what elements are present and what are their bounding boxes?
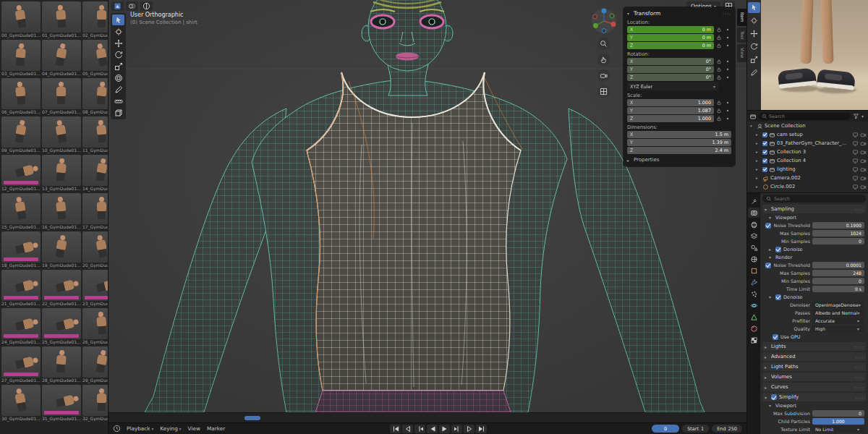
property-value-field[interactable]: 1024 xyxy=(812,230,864,237)
disable-in-render-toggle[interactable] xyxy=(860,132,867,138)
outliner-row[interactable]: ▸Collection 3 xyxy=(747,148,868,156)
preview-scale-tool-button[interactable] xyxy=(748,54,760,65)
pose-thumbnail[interactable]: 16_GymDude01... xyxy=(42,193,81,230)
properties-subpanel-header[interactable]: ▸ Properties xyxy=(627,157,731,163)
panel-lights-header[interactable]: ▸Lights:::: xyxy=(762,342,866,351)
chevron-down-icon[interactable]: ▾ xyxy=(861,114,866,119)
outliner-row[interactable]: ▸lighting xyxy=(747,165,868,174)
pose-thumbnail[interactable]: 02_GymDude01... xyxy=(82,1,109,38)
overlays-toggle-button[interactable] xyxy=(126,1,138,11)
disable-in-render-toggle[interactable] xyxy=(860,175,867,182)
jump-start-button[interactable] xyxy=(390,425,401,433)
disable-in-render-toggle[interactable] xyxy=(860,158,867,164)
disable-in-viewport-toggle[interactable] xyxy=(852,132,859,138)
move-tool-button[interactable] xyxy=(112,38,124,48)
property-value-field[interactable]: 0 xyxy=(812,410,864,417)
properties-tab-output[interactable] xyxy=(748,219,760,229)
animate-property-icon[interactable] xyxy=(724,43,731,48)
subpanel-denoise-header[interactable]: ▸Denoise xyxy=(762,245,866,253)
disable-in-render-toggle[interactable] xyxy=(860,140,867,147)
scale-tool-button[interactable] xyxy=(112,61,124,72)
hand-nav-button[interactable] xyxy=(597,54,610,66)
property-checkbox[interactable] xyxy=(765,223,771,229)
properties-tab-physics[interactable] xyxy=(748,300,760,310)
render-preview-viewport[interactable] xyxy=(761,0,868,110)
pose-thumbnail[interactable]: 15_GymDude01... xyxy=(1,193,41,230)
pose-thumbnail[interactable]: 13_GymDude01... xyxy=(42,155,81,192)
outliner-search[interactable] xyxy=(759,113,851,120)
axis-value-field[interactable]: X1.000 xyxy=(627,99,714,106)
timeline-menu-marker[interactable]: Marker xyxy=(207,425,225,432)
disable-in-viewport-toggle[interactable] xyxy=(852,184,859,190)
panel-sampling-header[interactable]: ▾Sampling:::: xyxy=(762,205,866,213)
lock-toggle-icon[interactable] xyxy=(715,27,723,33)
pose-thumbnail[interactable]: 17_GymDude01... xyxy=(82,193,109,230)
property-value-field[interactable]: No Limit▾ xyxy=(812,426,864,433)
lock-toggle-icon[interactable] xyxy=(715,59,723,64)
properties-tab-modifiers[interactable] xyxy=(748,277,760,287)
properties-tab-scene[interactable] xyxy=(748,242,760,252)
lock-toggle-icon[interactable] xyxy=(715,75,723,80)
axis-value-field[interactable]: Z2.4 m xyxy=(627,147,731,154)
property-value-field[interactable]: Accurate▾ xyxy=(812,318,864,324)
current-frame-field[interactable]: 0 xyxy=(652,425,679,433)
prev-frame-button[interactable] xyxy=(414,425,425,433)
property-checkbox[interactable] xyxy=(765,263,771,268)
animate-property-icon[interactable] xyxy=(724,116,731,122)
axis-value-field[interactable]: Y0° xyxy=(627,66,714,73)
properties-tab-tool[interactable] xyxy=(748,196,760,206)
property-value-field[interactable]: 0.1900 xyxy=(812,222,864,229)
pose-thumbnail[interactable]: 11_GymDude01... xyxy=(82,116,109,153)
property-value-field[interactable]: 1.000 xyxy=(812,418,864,425)
pose-thumbnail[interactable]: 26_GymDude01... xyxy=(82,308,109,345)
panel-checkbox[interactable] xyxy=(775,294,781,300)
pose-thumbnail[interactable]: 06_GymDude01... xyxy=(1,78,41,115)
play-button[interactable] xyxy=(439,425,450,433)
animate-property-icon[interactable] xyxy=(724,27,731,33)
property-value-field[interactable]: OpenImageDenoise▾ xyxy=(812,302,864,308)
cursor-tool-button[interactable] xyxy=(112,26,124,37)
animate-property-icon[interactable] xyxy=(724,108,731,114)
disable-in-render-toggle[interactable] xyxy=(860,149,867,156)
transform-tool-button[interactable] xyxy=(112,72,124,83)
collection-checkbox[interactable] xyxy=(762,167,767,172)
timeline-scrollbar[interactable] xyxy=(244,416,260,420)
pose-thumbnail[interactable]: 00_GymDude01... xyxy=(1,1,41,38)
properties-tab-world[interactable] xyxy=(748,254,760,264)
properties-search-input[interactable] xyxy=(774,196,862,202)
pose-thumbnail[interactable]: 22_GymDude01... xyxy=(42,270,81,307)
pose-thumbnail[interactable]: 23_GymDude01... xyxy=(82,270,109,307)
disable-in-viewport-toggle[interactable] xyxy=(852,140,859,147)
filter-icon[interactable] xyxy=(853,113,859,119)
timeline-menu-keying[interactable]: Keying▾ xyxy=(160,425,181,432)
disclosure-caret[interactable]: ▾ xyxy=(750,124,755,128)
lock-toggle-icon[interactable] xyxy=(715,67,723,72)
n-panel-tab-view[interactable]: View xyxy=(737,44,746,61)
rotate-tool-button[interactable] xyxy=(112,49,124,60)
outliner-row[interactable]: ▸Camera.002 xyxy=(747,174,868,182)
properties-tab-object[interactable] xyxy=(748,265,760,276)
pose-thumbnail[interactable]: 30_GymDude01... xyxy=(1,385,41,422)
properties-tab-particles[interactable] xyxy=(748,289,760,299)
outliner-editor-type-button[interactable] xyxy=(749,113,757,120)
pose-thumbnail[interactable]: 31_GymDude01... xyxy=(42,385,81,422)
disclosure-caret[interactable]: ▸ xyxy=(756,150,761,154)
n-panel-tab-tool[interactable]: Tool xyxy=(737,27,746,43)
next-frame-button[interactable] xyxy=(451,425,462,433)
disable-in-render-toggle[interactable] xyxy=(860,184,867,190)
pose-thumbnail[interactable]: 19_GymDude01... xyxy=(42,231,81,268)
editor-type-button[interactable] xyxy=(111,1,124,11)
axis-value-field[interactable]: Y0 m xyxy=(627,34,714,41)
pose-thumbnail[interactable]: 04_GymDude01... xyxy=(42,40,81,77)
pose-thumbnail[interactable]: 14_GymDude01... xyxy=(82,155,109,192)
property-value-field[interactable]: 0 xyxy=(812,238,864,244)
properties-tab-render[interactable] xyxy=(748,208,760,218)
navigation-gizmo[interactable] xyxy=(590,7,618,35)
collection-checkbox[interactable] xyxy=(762,158,767,163)
pose-thumbnail[interactable]: 21_GymDude01... xyxy=(1,270,41,307)
disclosure-caret[interactable]: ▸ xyxy=(756,141,761,145)
panel-curves-header[interactable]: ▸Curves:::: xyxy=(762,383,866,391)
pose-thumbnail[interactable]: 32_GymDude01... xyxy=(82,385,109,422)
play-reverse-button[interactable] xyxy=(427,425,438,433)
zoom-nav-button[interactable] xyxy=(597,38,610,50)
